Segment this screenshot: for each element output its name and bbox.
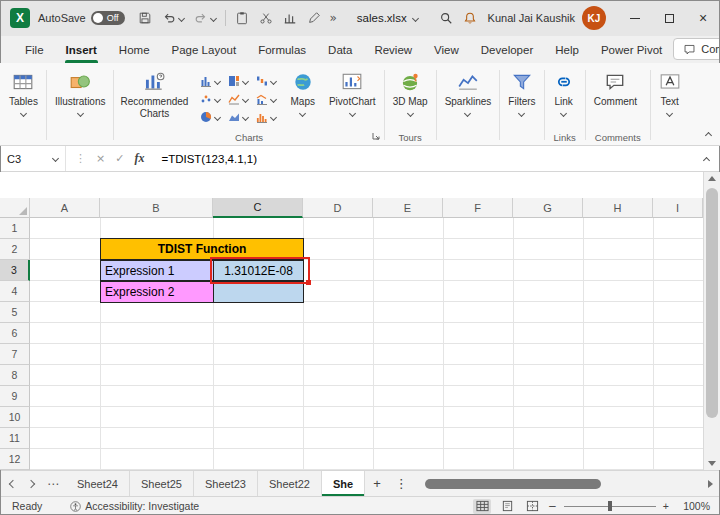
column-header-A[interactable]: A [30, 198, 100, 218]
zoom-in-button[interactable]: + [663, 500, 669, 512]
clipboard-button[interactable] [230, 5, 254, 31]
undo-button[interactable] [157, 5, 189, 31]
vertical-scrollbar-thumb[interactable] [706, 188, 718, 418]
maps-button[interactable]: Maps [283, 65, 321, 116]
tab-file[interactable]: File [14, 39, 55, 63]
insert-pie-chart-button[interactable] [200, 111, 220, 123]
page-break-view-button[interactable] [523, 499, 541, 514]
insert-scatter-chart-button[interactable] [200, 93, 220, 105]
cell-B3[interactable]: Expression 1 [100, 260, 214, 281]
expand-formula-bar-button[interactable] [693, 153, 720, 165]
normal-view-button[interactable] [473, 499, 491, 514]
horizontal-scrollbar[interactable] [415, 471, 698, 496]
pivotchart-button[interactable]: PivotChart [322, 65, 383, 116]
save-button[interactable] [133, 5, 157, 31]
row-header-12[interactable]: 12 [0, 449, 30, 470]
vertical-scrollbar[interactable] [703, 172, 720, 470]
all-sheets-button[interactable]: ⋯ [40, 477, 66, 491]
row-header-1[interactable]: 1 [0, 218, 30, 239]
illustrations-button[interactable]: Illustrations [48, 65, 113, 116]
link-button[interactable]: Link [546, 65, 582, 116]
chart-quick-button[interactable] [278, 5, 302, 31]
insert-area-chart-button[interactable] [228, 111, 248, 123]
tab-review[interactable]: Review [363, 39, 423, 63]
row-header-5[interactable]: 5 [0, 302, 30, 323]
scroll-up-icon[interactable] [708, 176, 716, 181]
cell-C3-active[interactable]: 1.31012E-08 [213, 260, 304, 281]
insert-waterfall-chart-button[interactable] [256, 75, 276, 87]
row-header-7[interactable]: 7 [0, 344, 30, 365]
tab-page-layout[interactable]: Page Layout [161, 39, 248, 63]
sheet-tab-sheet23[interactable]: Sheet23 [194, 471, 258, 496]
redo-button[interactable] [189, 5, 221, 31]
tab-developer[interactable]: Developer [470, 39, 544, 63]
scroll-down-icon[interactable] [708, 461, 716, 466]
collapse-ribbon-icon[interactable] [705, 132, 712, 139]
new-comment-button[interactable]: Comment [587, 65, 644, 108]
sheet-tab-sheet24[interactable]: Sheet24 [66, 471, 130, 496]
more-commands-icon[interactable]: » [326, 11, 341, 25]
sheet-options-button[interactable]: ⋮ [389, 476, 413, 491]
next-sheet-button[interactable] [22, 471, 40, 496]
row-header-3[interactable]: 3 [0, 260, 30, 281]
column-header-B[interactable]: B [100, 198, 213, 218]
account-menu[interactable]: Kunal Jai Kaushik KJ [488, 6, 606, 30]
cell-C4[interactable] [213, 281, 304, 303]
zoom-slider[interactable] [564, 500, 656, 512]
filters-button[interactable]: Filters [501, 65, 542, 116]
tables-button[interactable]: Tables [2, 65, 45, 116]
insert-statistic-chart-button[interactable] [256, 111, 276, 123]
insert-function-icon[interactable]: fx [134, 151, 144, 166]
column-header-I[interactable]: I [653, 198, 703, 218]
column-header-G[interactable]: G [513, 198, 583, 218]
name-box[interactable]: C3 [0, 146, 66, 171]
row-header-8[interactable]: 8 [0, 365, 30, 386]
cut-button[interactable] [254, 5, 278, 31]
scroll-right-button[interactable] [700, 480, 720, 488]
3d-map-button[interactable]: 3D Map [386, 65, 435, 116]
horizontal-scrollbar-thumb[interactable] [425, 479, 600, 489]
column-header-C[interactable]: C [213, 198, 303, 218]
cells-area[interactable]: TDIST Function Expression 1 Expression 2… [30, 218, 703, 470]
zoom-out-button[interactable]: − [548, 500, 557, 512]
column-header-D[interactable]: D [303, 198, 373, 218]
pen-button[interactable] [302, 5, 326, 31]
column-header-E[interactable]: E [373, 198, 443, 218]
cell-B2-title[interactable]: TDIST Function [100, 238, 304, 260]
row-header-4[interactable]: 4 [0, 281, 30, 302]
tab-home[interactable]: Home [108, 39, 161, 63]
alerts-button[interactable] [458, 5, 482, 31]
tab-formulas[interactable]: Formulas [247, 39, 317, 63]
sheet-tab-active[interactable]: She [322, 471, 365, 496]
column-header-H[interactable]: H [583, 198, 653, 218]
accessibility-status[interactable]: Accessibility: Investigate [70, 500, 199, 512]
search-button[interactable] [434, 5, 458, 31]
comments-button[interactable]: Comments [673, 38, 720, 60]
previous-sheet-button[interactable] [4, 471, 22, 496]
row-header-11[interactable]: 11 [0, 428, 30, 449]
row-header-2[interactable]: 2 [0, 239, 30, 260]
close-button[interactable]: × [686, 0, 720, 36]
text-button[interactable]: Text [652, 65, 688, 116]
zoom-slider-knob[interactable] [608, 501, 612, 511]
insert-line-chart-button[interactable] [228, 93, 248, 105]
maximize-button[interactable] [652, 0, 686, 36]
tab-view[interactable]: View [423, 39, 470, 63]
row-header-10[interactable]: 10 [0, 407, 30, 428]
tab-power-pivot[interactable]: Power Pivot [590, 39, 673, 63]
insert-combo-chart-button[interactable] [256, 93, 276, 105]
insert-hierarchy-chart-button[interactable] [228, 75, 248, 87]
cell-B4[interactable]: Expression 2 [100, 281, 214, 303]
recommended-charts-button[interactable]: Recommended Charts [115, 65, 193, 119]
formula-input[interactable]: =TDIST(123,4.1,1) [153, 153, 693, 165]
row-header-9[interactable]: 9 [0, 386, 30, 407]
sheet-tab-sheet22[interactable]: Sheet22 [258, 471, 322, 496]
insert-column-chart-button[interactable] [200, 75, 220, 87]
column-header-F[interactable]: F [443, 198, 513, 218]
charts-dialog-launcher-icon[interactable] [372, 131, 380, 142]
enter-check-icon[interactable]: ✓ [115, 152, 124, 165]
tab-data[interactable]: Data [317, 39, 363, 63]
filename-menu[interactable]: sales.xlsx [349, 12, 426, 24]
minimize-button[interactable] [618, 0, 652, 36]
tab-help[interactable]: Help [544, 39, 590, 63]
